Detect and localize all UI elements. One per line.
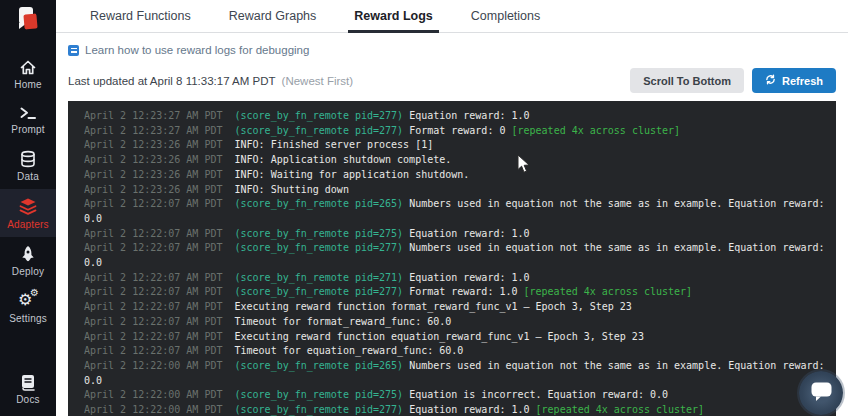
- log-message: INFO: Application shutdown complete.: [235, 154, 452, 165]
- log-pid: (score_by_fn_remote pid=265): [235, 360, 410, 371]
- log-message: Timeout for format_reward_func: 60.0: [235, 316, 452, 327]
- tab-reward-graphs[interactable]: Reward Graphs: [223, 0, 323, 32]
- log-line: April 2 12:23:26 AM PDT INFO: Waiting fo…: [84, 168, 828, 183]
- sidebar-item-label: Prompt: [11, 124, 44, 135]
- log-message: Numbers used in equation not the same as…: [409, 242, 824, 253]
- status-bar: Last updated at April 8 11:33:17 AM PDT …: [68, 68, 836, 93]
- log-pid: (score_by_fn_remote pid=265): [235, 198, 410, 209]
- tab-completions[interactable]: Completions: [465, 0, 546, 32]
- log-timestamp: April 2 12:22:07 AM PDT: [84, 331, 235, 342]
- log-message: 0.0: [84, 375, 102, 386]
- log-timestamp: April 2 12:22:07 AM PDT: [84, 228, 235, 239]
- log-timestamp: April 2 12:23:26 AM PDT: [84, 184, 235, 195]
- reward-logs-help-link[interactable]: Learn how to use reward logs for debuggi…: [68, 44, 309, 56]
- tab-reward-functions[interactable]: Reward Functions: [84, 0, 197, 32]
- log-timestamp: April 2 12:22:07 AM PDT: [84, 242, 235, 253]
- log-message: Format reward: 1.0: [409, 286, 523, 297]
- sidebar-item-adapters[interactable]: Adapters: [0, 189, 56, 237]
- main-content: Reward Functions Reward Graphs Reward Lo…: [56, 0, 848, 416]
- layers-icon: [18, 197, 38, 216]
- tab-bar: Reward Functions Reward Graphs Reward Lo…: [56, 0, 848, 33]
- log-timestamp: April 2 12:22:00 AM PDT: [84, 360, 235, 371]
- log-line: April 2 12:22:07 AM PDT (score_by_fn_rem…: [84, 197, 828, 212]
- sidebar-item-home[interactable]: Home: [0, 51, 56, 97]
- terminal-icon: [19, 105, 37, 121]
- log-timestamp: April 2 12:23:27 AM PDT: [84, 125, 235, 136]
- book-icon: [68, 45, 79, 56]
- log-message: Format reward: 0: [409, 125, 511, 136]
- sidebar-item-label: Settings: [9, 313, 47, 324]
- log-message: Executing reward function equation_rewar…: [235, 331, 644, 342]
- book-icon: [20, 374, 36, 391]
- database-icon: [19, 150, 37, 168]
- log-message: 0.0: [84, 213, 102, 224]
- log-timestamp: April 2 12:22:07 AM PDT: [84, 316, 235, 327]
- reward-log-console[interactable]: April 2 12:23:27 AM PDT (score_by_fn_rem…: [68, 101, 836, 416]
- log-message: Equation reward: 1.0: [409, 272, 529, 283]
- refresh-button-label: Refresh: [782, 75, 823, 87]
- log-line: April 2 12:22:07 AM PDT Executing reward…: [84, 300, 828, 315]
- mouse-cursor: [517, 154, 531, 178]
- log-line: April 2 12:22:07 AM PDT (score_by_fn_rem…: [84, 285, 828, 300]
- log-message: INFO: Finished server process [1]: [235, 139, 434, 150]
- log-timestamp: April 2 12:22:07 AM PDT: [84, 345, 235, 356]
- log-pid: (score_by_fn_remote pid=275): [235, 228, 410, 239]
- log-message: Equation reward: 1.0: [409, 404, 535, 415]
- log-message: Equation is incorrect. Equation reward: …: [409, 389, 668, 400]
- log-line: April 2 12:23:27 AM PDT (score_by_fn_rem…: [84, 124, 828, 139]
- gear-icon: ⚙⚙: [18, 292, 38, 310]
- app-logo[interactable]: [14, 7, 42, 37]
- log-lines: April 2 12:23:27 AM PDT (score_by_fn_rem…: [84, 109, 828, 416]
- log-pid: (score_by_fn_remote pid=277): [235, 125, 410, 136]
- log-timestamp: April 2 12:22:07 AM PDT: [84, 198, 235, 209]
- log-message: Equation reward: 1.0: [409, 228, 529, 239]
- log-line: 0.0: [84, 212, 828, 227]
- refresh-icon: [765, 74, 776, 87]
- sidebar-item-label: Home: [14, 79, 41, 90]
- log-line: April 2 12:22:07 AM PDT Timeout for form…: [84, 315, 828, 330]
- log-timestamp: April 2 12:23:26 AM PDT: [84, 154, 235, 165]
- log-line: April 2 12:22:07 AM PDT Timeout for equa…: [84, 344, 828, 359]
- tab-reward-logs[interactable]: Reward Logs: [348, 0, 439, 32]
- logo-red-shape: [23, 13, 37, 29]
- log-line: April 2 12:22:07 AM PDT (score_by_fn_rem…: [84, 241, 828, 256]
- log-pid: (score_by_fn_remote pid=277): [235, 110, 410, 121]
- sidebar-item-docs[interactable]: Docs: [0, 366, 56, 412]
- log-message: INFO: Waiting for application shutdown.: [235, 169, 470, 180]
- log-message: Timeout for equation_reward_func: 60.0: [235, 345, 464, 356]
- sort-order-note: (Newest First): [282, 75, 354, 87]
- chat-widget-button[interactable]: [799, 371, 843, 415]
- log-line: April 2 12:22:07 AM PDT (score_by_fn_rem…: [84, 271, 828, 286]
- log-timestamp: April 2 12:22:07 AM PDT: [84, 272, 235, 283]
- log-message: Executing reward function format_reward_…: [235, 301, 632, 312]
- log-line: April 2 12:23:27 AM PDT (score_by_fn_rem…: [84, 109, 828, 124]
- log-pid: (score_by_fn_remote pid=277): [235, 404, 410, 415]
- log-line: April 2 12:22:07 AM PDT (score_by_fn_rem…: [84, 227, 828, 242]
- log-timestamp: April 2 12:23:27 AM PDT: [84, 110, 235, 121]
- log-repeated-badge: [repeated 4x across cluster]: [524, 286, 693, 297]
- chat-bubble-icon: [810, 381, 833, 406]
- sidebar-item-prompt[interactable]: Prompt: [0, 97, 56, 142]
- sidebar-item-settings[interactable]: ⚙⚙ Settings: [0, 284, 56, 331]
- scroll-to-bottom-button[interactable]: Scroll To Bottom: [630, 68, 744, 93]
- log-timestamp: April 2 12:22:00 AM PDT: [84, 404, 235, 415]
- sidebar: Home Prompt Data Adapters Deploy ⚙⚙ Sett…: [0, 0, 56, 416]
- log-line: April 2 12:23:26 AM PDT INFO: Shutting d…: [84, 183, 828, 198]
- log-timestamp: April 2 12:22:07 AM PDT: [84, 286, 235, 297]
- log-pid: (score_by_fn_remote pid=277): [235, 242, 410, 253]
- log-line: April 2 12:22:00 AM PDT (score_by_fn_rem…: [84, 359, 828, 374]
- sidebar-item-data[interactable]: Data: [0, 142, 56, 189]
- log-message: Numbers used in equation not the same as…: [409, 198, 824, 209]
- log-pid: (score_by_fn_remote pid=277): [235, 286, 410, 297]
- help-link-label: Learn how to use reward logs for debuggi…: [85, 44, 309, 56]
- sidebar-item-label: Data: [17, 171, 39, 182]
- log-line: 0.0: [84, 256, 828, 271]
- sidebar-item-label: Adapters: [7, 219, 49, 230]
- log-line: April 2 12:22:00 AM PDT (score_by_fn_rem…: [84, 388, 828, 403]
- refresh-button[interactable]: Refresh: [752, 68, 836, 93]
- log-message: Equation reward: 1.0: [409, 110, 529, 121]
- sidebar-item-deploy[interactable]: Deploy: [0, 237, 56, 284]
- log-repeated-badge: [repeated 4x across cluster]: [536, 404, 705, 415]
- log-pid: (score_by_fn_remote pid=271): [235, 272, 410, 283]
- log-timestamp: April 2 12:23:26 AM PDT: [84, 169, 235, 180]
